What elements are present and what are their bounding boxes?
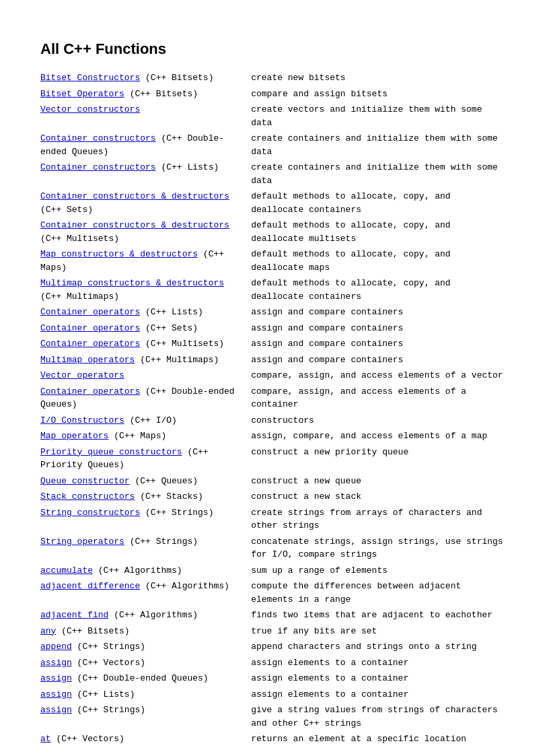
function-suffix: (C++ Lists) xyxy=(72,689,135,699)
function-link-cell: Container constructors (C++ Double-ended… xyxy=(40,131,251,160)
function-desc: construct a new queue xyxy=(251,473,509,489)
function-suffix: (C++ Lists) xyxy=(156,162,219,172)
function-desc: compute the differences between adjacent… xyxy=(251,578,509,607)
function-link[interactable]: assign xyxy=(40,705,72,715)
function-link[interactable]: assign xyxy=(40,689,72,699)
function-link[interactable]: Priority queue constructors xyxy=(40,447,182,457)
function-suffix: (C++ Algorithms) xyxy=(108,610,198,620)
function-link[interactable]: Vector operators xyxy=(40,370,124,380)
table-row: Container constructors (C++ Double-ended… xyxy=(40,131,509,160)
function-link[interactable]: assign xyxy=(40,658,72,668)
function-suffix: (C++ Bitsets) xyxy=(56,626,129,636)
function-link-cell: Map operators (C++ Maps) xyxy=(40,428,251,444)
function-desc: construct a new priority queue xyxy=(251,444,509,473)
function-suffix: (C++ Double-ended Queues) xyxy=(72,673,209,683)
function-desc: construct a new stack xyxy=(251,489,509,505)
table-row: Multimap operators (C++ Multimaps)assign… xyxy=(40,352,509,368)
function-desc: assign elements to a container xyxy=(251,671,509,687)
function-desc: compare, assign, and access elements of … xyxy=(251,384,509,413)
table-row: Priority queue constructors (C++ Priorit… xyxy=(40,444,509,473)
function-link[interactable]: adjacent difference xyxy=(40,581,140,591)
function-link-cell: Vector constructors xyxy=(40,102,251,131)
function-link-cell: Vector operators xyxy=(40,368,251,384)
function-link[interactable]: Container operators xyxy=(40,323,140,333)
function-link[interactable]: Container operators xyxy=(40,307,140,317)
table-row: adjacent find (C++ Algorithms)finds two … xyxy=(40,607,509,623)
function-suffix: (C++ Strings) xyxy=(124,537,198,547)
function-link[interactable]: Container constructors & destructors xyxy=(40,191,229,201)
function-link[interactable]: String constructors xyxy=(40,508,140,518)
function-desc: constructors xyxy=(251,413,509,429)
function-link[interactable]: Map operators xyxy=(40,431,108,441)
function-link-cell: any (C++ Bitsets) xyxy=(40,623,251,640)
function-link[interactable]: any xyxy=(40,626,56,636)
function-link[interactable]: Stack constructors xyxy=(40,491,135,502)
function-desc: finds two items that are adjacent to eac… xyxy=(251,607,509,623)
table-row: Vector constructorscreate vectors and in… xyxy=(40,102,509,131)
page-title: All C++ Functions xyxy=(40,40,509,58)
function-link[interactable]: append xyxy=(40,642,72,652)
function-link-cell: at (C++ Vectors) xyxy=(40,731,251,747)
function-link-cell: Container constructors & destructors (C+… xyxy=(40,217,251,246)
table-row: Container operators (C++ Double-ended Qu… xyxy=(40,384,509,413)
table-row: assign (C++ Vectors)assign elements to a… xyxy=(40,655,509,671)
function-link[interactable]: Queue constructor xyxy=(40,476,130,486)
function-link-cell: accumulate (C++ Algorithms) xyxy=(40,563,251,579)
function-desc: sum up a range of elements xyxy=(251,563,509,579)
function-link[interactable]: Map constructors & destructors xyxy=(40,249,198,259)
function-desc: assign elements to a container xyxy=(251,655,509,671)
function-link-cell: Container operators (C++ Multisets) xyxy=(40,336,251,352)
function-suffix: (C++ Stacks) xyxy=(135,491,203,502)
function-link[interactable]: Vector constructors xyxy=(40,104,140,114)
function-link[interactable]: at xyxy=(40,734,51,744)
function-suffix: (C++ Queues) xyxy=(130,476,198,486)
function-suffix: (C++ Lists) xyxy=(140,307,203,317)
table-row: Container constructors & destructors (C+… xyxy=(40,217,509,246)
table-row: Stack constructors (C++ Stacks)construct… xyxy=(40,489,509,505)
function-link[interactable]: Multimap operators xyxy=(40,355,135,365)
function-link-cell: I/O Constructors (C++ I/O) xyxy=(40,413,251,429)
function-link[interactable]: Container constructors & destructors xyxy=(40,220,229,230)
function-desc: create containers and initialize them wi… xyxy=(251,160,509,188)
function-desc: create vectors and initialize them with … xyxy=(251,102,509,131)
function-link[interactable]: Bitset Operators xyxy=(40,89,124,99)
function-suffix: (C++ Bitsets) xyxy=(124,89,198,99)
table-row: append (C++ Strings)append characters an… xyxy=(40,639,509,655)
function-link[interactable]: Container operators xyxy=(40,386,140,397)
function-link[interactable]: Container constructors xyxy=(40,162,156,172)
function-link-cell: Multimap operators (C++ Multimaps) xyxy=(40,352,251,368)
table-row: Container operators (C++ Lists)assign an… xyxy=(40,304,509,320)
table-row: adjacent difference (C++ Algorithms)comp… xyxy=(40,578,509,607)
function-suffix: (C++ Strings) xyxy=(140,508,213,518)
function-desc: assign and compare containers xyxy=(251,304,509,320)
function-desc: default methods to allocate, copy, and d… xyxy=(251,217,509,246)
function-link-cell: assign (C++ Vectors) xyxy=(40,655,251,671)
function-suffix: (C++ Sets) xyxy=(140,323,198,333)
function-link[interactable]: assign xyxy=(40,673,72,683)
table-row: Vector operatorscompare, assign, and acc… xyxy=(40,368,509,384)
function-desc: assign and compare containers xyxy=(251,320,509,337)
function-link[interactable]: Bitset Constructors xyxy=(40,73,140,83)
table-row: Container operators (C++ Multisets)assig… xyxy=(40,336,509,352)
table-row: Container constructors (C++ Lists)create… xyxy=(40,160,509,188)
function-suffix: (C++ I/O) xyxy=(124,415,177,425)
table-row: assign (C++ Strings)give a string values… xyxy=(40,702,509,731)
function-link-cell: Container operators (C++ Sets) xyxy=(40,320,251,337)
function-link[interactable]: accumulate xyxy=(40,565,93,576)
function-link[interactable]: Container operators xyxy=(40,339,140,349)
function-link[interactable]: String operators xyxy=(40,537,124,547)
function-desc: assign elements to a container xyxy=(251,687,509,703)
function-desc: compare, assign, and access elements of … xyxy=(251,368,509,384)
function-link[interactable]: Multimap constructors & destructors xyxy=(40,278,224,288)
function-desc: default methods to allocate, copy, and d… xyxy=(251,275,509,304)
function-link-cell: Container constructors (C++ Lists) xyxy=(40,160,251,188)
function-link-cell: assign (C++ Lists) xyxy=(40,687,251,703)
function-link[interactable]: adjacent find xyxy=(40,610,108,620)
function-desc: concatenate strings, assign strings, use… xyxy=(251,534,509,563)
function-link-cell: Stack constructors (C++ Stacks) xyxy=(40,489,251,505)
table-row: Map operators (C++ Maps)assign, compare,… xyxy=(40,428,509,444)
function-link[interactable]: Container constructors xyxy=(40,133,156,143)
function-link[interactable]: I/O Constructors xyxy=(40,415,124,425)
function-link-cell: assign (C++ Double-ended Queues) xyxy=(40,671,251,687)
table-row: at (C++ Vectors)returns an element at a … xyxy=(40,731,509,747)
